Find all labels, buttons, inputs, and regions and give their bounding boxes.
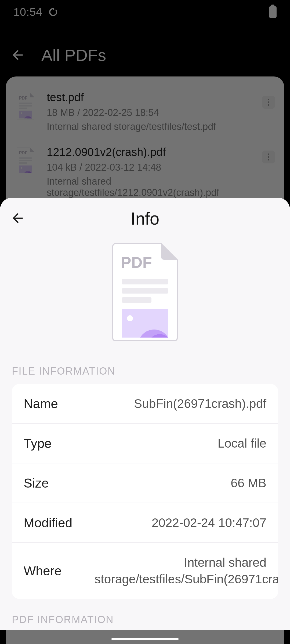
pdf-file-icon [111,242,179,341]
info-key: Name [24,396,58,411]
info-val: Local file [218,435,266,452]
info-val: Internal shared storage/testfiles/SubFin… [95,554,266,587]
sheet-title: Info [131,209,160,229]
sheet-back-button[interactable] [10,211,25,227]
section-file-info: FILE INFORMATION [12,365,278,377]
info-key: Size [24,476,49,491]
sheet-header: Info [0,198,290,239]
info-sheet: Info FILE INFORMATION Name SubFin(26971c… [0,198,290,630]
info-key: Modified [24,515,72,530]
info-row-where: Where Internal shared storage/testfiles/… [12,542,278,599]
info-val: 2022-02-24 10:47:07 [152,514,266,531]
info-val: 66 MB [231,475,266,491]
info-row-type: Type Local file [12,423,278,463]
info-key: Where [24,564,61,578]
info-row-name: Name SubFin(26971crash).pdf [12,384,278,423]
sheet-body[interactable]: FILE INFORMATION Name SubFin(26971crash)… [0,239,290,630]
info-row-modified: Modified 2022-02-24 10:47:07 [12,503,278,542]
info-key: Type [24,436,52,451]
info-val: SubFin(26971crash).pdf [134,395,266,412]
info-row-size: Size 66 MB [12,463,278,503]
section-pdf-info: PDF INFORMATION [12,614,278,625]
file-info-card: Name SubFin(26971crash).pdf Type Local f… [12,384,278,599]
nav-handle[interactable] [111,638,179,640]
